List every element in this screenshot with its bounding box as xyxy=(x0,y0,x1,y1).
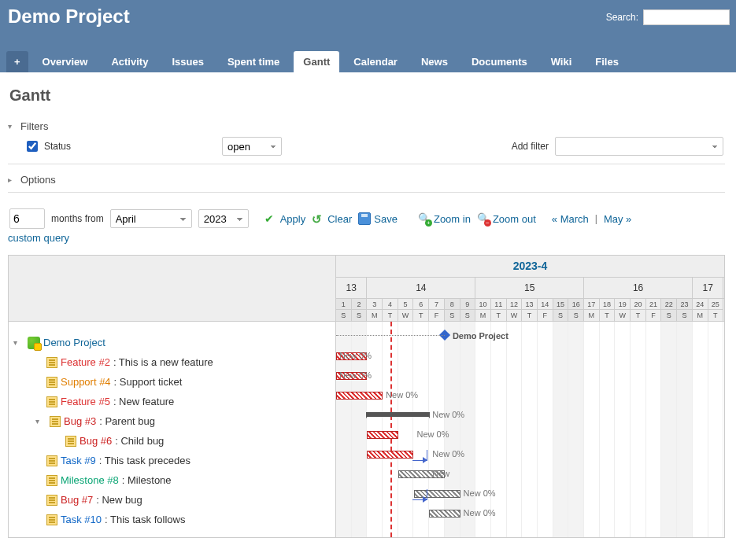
bar-label: New 0% xyxy=(464,488,496,498)
month-select[interactable]: April xyxy=(110,209,192,228)
tab-gantt[interactable]: Gantt xyxy=(294,51,339,72)
issue-link[interactable]: Feature #5 xyxy=(61,396,110,407)
separator: | xyxy=(595,213,597,224)
week-header: 15 xyxy=(475,278,584,299)
tab-wiki[interactable]: Wiki xyxy=(542,51,582,72)
filters-toggle[interactable]: ▾ Filters xyxy=(8,119,48,134)
zoom-out-icon xyxy=(477,212,490,225)
issue-icon xyxy=(50,416,61,427)
status-filter-checkbox[interactable] xyxy=(27,141,38,152)
issue-title: : Child bug xyxy=(115,435,164,447)
issue-link[interactable]: Support #4 xyxy=(61,376,111,388)
apply-button[interactable]: Apply xyxy=(264,212,306,225)
year-select[interactable]: 2023 xyxy=(198,209,249,228)
project-icon xyxy=(28,337,40,349)
prev-month-link[interactable]: « March xyxy=(552,213,589,225)
day-header: 24M xyxy=(693,299,708,321)
tab-calendar[interactable]: Calendar xyxy=(344,51,407,72)
bar-label: New 0% xyxy=(417,429,449,439)
zoom-out-button[interactable]: Zoom out xyxy=(477,212,536,225)
day-header: 11T xyxy=(491,299,507,321)
issue-link[interactable]: Bug #3 xyxy=(64,415,96,427)
day-header: 3M xyxy=(367,299,383,321)
bar-label: New 0% xyxy=(432,449,464,459)
custom-query-link[interactable]: custom query xyxy=(8,232,725,244)
issue-title: : This task precedes xyxy=(99,455,190,466)
day-header: 13T xyxy=(522,299,538,321)
issue-link[interactable]: Bug #7 xyxy=(61,494,93,506)
issue-title: : New feature xyxy=(113,396,174,407)
day-header: 16S xyxy=(568,299,584,321)
search-input[interactable] xyxy=(643,9,730,25)
tab-overview[interactable]: Overview xyxy=(33,51,98,72)
bar-label: New 0% xyxy=(432,410,464,419)
issue-icon xyxy=(46,455,57,466)
gantt-bar[interactable] xyxy=(336,392,383,400)
issue-title: : This task follows xyxy=(105,514,185,525)
zoom-in-button[interactable]: Zoom in xyxy=(418,212,471,225)
issue-title: : New bug xyxy=(96,494,142,506)
next-month-link[interactable]: May » xyxy=(604,213,631,225)
options-toggle[interactable]: ▸ Options xyxy=(8,172,56,187)
week-header: 16 xyxy=(584,278,693,299)
project-title[interactable]: Demo Project xyxy=(6,6,606,28)
project-link[interactable]: Demo Project xyxy=(43,337,105,348)
day-header: 17M xyxy=(584,299,600,321)
add-filter-label: Add filter xyxy=(512,141,549,152)
day-header: 25T xyxy=(708,299,724,321)
day-header: 1S xyxy=(336,299,352,321)
issue-title: : Milestone xyxy=(122,474,172,486)
tab-documents[interactable]: Documents xyxy=(462,51,537,72)
gantt-bar[interactable] xyxy=(429,510,460,518)
chevron-down-icon: ▾ xyxy=(8,122,16,131)
dependency-arrow-icon xyxy=(412,489,428,500)
filters-legend: Filters xyxy=(20,120,48,132)
issue-link[interactable]: Task #9 xyxy=(61,455,96,466)
issue-icon xyxy=(46,495,57,506)
reload-icon xyxy=(312,212,324,225)
bar-label: New 0% xyxy=(339,351,372,360)
day-header: 18T xyxy=(600,299,616,321)
tab-issues[interactable]: Issues xyxy=(162,51,213,72)
day-header: 6T xyxy=(413,299,429,321)
issue-link[interactable]: Feature #2 xyxy=(61,356,110,368)
search-label: Search: xyxy=(606,12,638,23)
issue-icon xyxy=(46,377,57,388)
day-header: 20T xyxy=(631,299,646,321)
clear-button[interactable]: Clear xyxy=(312,212,352,225)
day-header: 9S xyxy=(460,299,476,321)
issue-title: : This is a new feature xyxy=(113,356,213,368)
gantt-bar[interactable] xyxy=(367,451,413,459)
day-header: 12W xyxy=(507,299,523,321)
issue-link[interactable]: Bug #6 xyxy=(80,435,112,447)
bar-label: New 0% xyxy=(386,390,418,400)
bar-label: New 0% xyxy=(339,370,372,380)
day-header: 14F xyxy=(538,299,553,321)
gantt-bar[interactable] xyxy=(367,431,398,439)
day-header: 23S xyxy=(677,299,693,321)
add-filter-select[interactable] xyxy=(555,137,723,156)
months-count-input[interactable] xyxy=(9,208,45,229)
day-header: 22S xyxy=(661,299,677,321)
tab-spent-time[interactable]: Spent time xyxy=(218,51,289,72)
issue-icon xyxy=(46,396,57,407)
status-filter-select[interactable]: open xyxy=(222,137,282,156)
months-from-label: months from xyxy=(51,213,104,224)
issue-icon xyxy=(46,475,57,486)
bar-label: New 0% xyxy=(464,508,496,518)
save-button[interactable]: Save xyxy=(358,212,398,225)
chevron-down-icon[interactable]: ▾ xyxy=(35,417,46,426)
gantt-parent-bar[interactable] xyxy=(367,412,429,417)
tab-files[interactable]: Files xyxy=(586,51,628,72)
new-tab-button[interactable]: + xyxy=(6,51,28,72)
chevron-down-icon[interactable]: ▾ xyxy=(13,338,24,347)
disk-icon xyxy=(358,212,371,225)
options-legend: Options xyxy=(20,174,56,186)
tab-activity[interactable]: Activity xyxy=(102,51,157,72)
status-filter-label: Status xyxy=(44,141,71,152)
issue-link[interactable]: Task #10 xyxy=(61,514,102,525)
tab-news[interactable]: News xyxy=(412,51,457,72)
day-header: 5W xyxy=(398,299,414,321)
issue-title: : Parent bug xyxy=(99,415,155,427)
issue-link[interactable]: Milestone #8 xyxy=(61,474,119,486)
